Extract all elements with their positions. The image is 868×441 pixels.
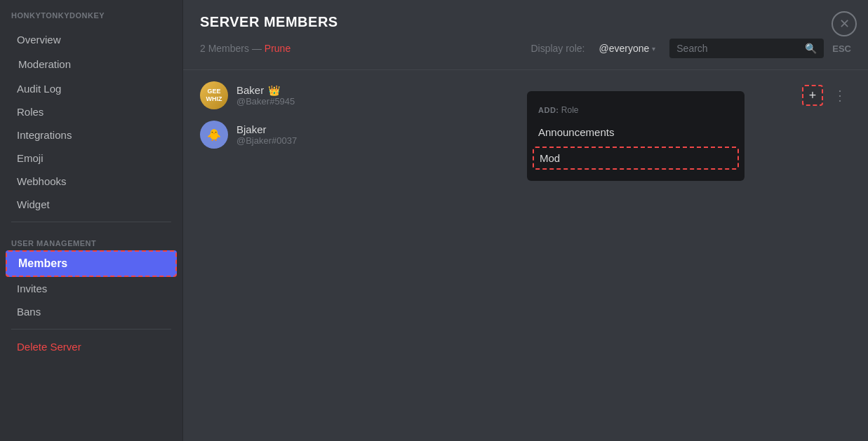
server-name: HONKYTONKYDONKEY [0,11,182,28]
close-icon: ✕ [839,16,850,32]
search-input[interactable] [676,43,799,54]
sidebar-item-label: Roles [17,106,44,118]
display-role-label: Display role: [530,43,585,54]
table-row[interactable]: 🐥 Bjaker @Bjaker#0037 [183,115,868,154]
member-tag: @Bjaker#0037 [236,135,297,146]
sidebar-item-label: Bans [17,306,41,318]
role-label-text: Role [561,105,579,115]
close-button[interactable]: ✕ [832,11,857,36]
sidebar-item-integrations[interactable]: Integrations [6,123,177,147]
search-box: 🔍 [669,39,824,58]
sidebar-item-delete-server[interactable]: Delete Server [6,335,177,358]
member-more-button[interactable]: ⋮ [829,84,851,107]
add-role-button[interactable]: + [802,85,823,106]
sidebar-item-label: Audit Log [17,83,61,95]
sidebar-item-moderation[interactable]: Moderation [6,51,177,77]
sidebar-item-overview[interactable]: Overview [6,28,177,51]
search-icon: 🔍 [805,43,817,54]
member-name: Bjaker [236,123,297,135]
sidebar-item-label: Overview [17,34,61,46]
members-count: 2 Members — Prune [200,43,291,54]
table-row[interactable]: GEEWHIZ Baker 👑 @Baker#5945 + ⋮ [183,76,868,115]
sidebar-item-label: Delete Server [17,341,81,353]
chevron-down-icon: ▾ [652,45,655,53]
sidebar-item-label: Moderation [18,58,71,70]
member-roles: + [802,85,823,106]
sidebar-item-widget[interactable]: Widget [6,193,177,216]
sidebar-item-label: Widget [17,198,50,210]
user-management-section-label: USER MANAGEMENT [0,228,182,250]
avatar: 🐥 [200,121,228,149]
role-popup: ADD: Role Announcements Mod [527,91,745,181]
members-controls: Display role: @everyone ▾ 🔍 ESC [530,39,851,58]
sidebar-item-label: Emoji [17,152,44,164]
members-count-number: 2 Members [200,43,249,54]
sidebar-item-label: Invites [17,283,47,294]
sidebar-divider [11,222,171,222]
role-popup-item-announcements[interactable]: Announcements [527,121,745,144]
sidebar-divider-2 [11,329,171,330]
esc-label: ESC [832,43,851,54]
role-dropdown[interactable]: @everyone ▾ [593,40,661,57]
member-info: Bjaker @Bjaker#0037 [236,123,297,146]
sidebar-item-label: Integrations [17,129,72,141]
prune-button[interactable]: Prune [265,43,291,54]
member-info: Baker 👑 @Baker#5945 [236,84,295,107]
sidebar-item-members[interactable]: Members [6,250,177,277]
sidebar: HONKYTONKYDONKEY Overview Moderation Aud… [0,0,183,441]
sidebar-item-webhooks[interactable]: Webhooks [6,170,177,193]
members-list: GEEWHIZ Baker 👑 @Baker#5945 + ⋮ 🐥 Bjaker [183,70,868,441]
sidebar-item-bans[interactable]: Bans [6,300,177,323]
sidebar-item-emoji[interactable]: Emoji [6,147,177,170]
sidebar-item-roles[interactable]: Roles [6,100,177,123]
add-label: ADD: [538,106,559,114]
member-name: Baker 👑 [236,84,295,96]
sidebar-item-invites[interactable]: Invites [6,277,177,300]
page-title: SERVER MEMBERS [200,14,851,30]
members-subheader: 2 Members — Prune Display role: @everyon… [200,39,851,58]
sidebar-item-audit-log[interactable]: Audit Log [6,77,177,100]
role-popup-header: ADD: Role [527,97,745,121]
crown-icon: 👑 [268,85,280,96]
sidebar-item-label: Webhooks [17,175,67,187]
main-content: ✕ SERVER MEMBERS 2 Members — Prune Displ… [183,0,868,441]
member-tag: @Baker#5945 [236,96,295,107]
avatar: GEEWHIZ [200,81,228,109]
sidebar-item-label: Members [18,257,67,269]
role-popup-item-mod[interactable]: Mod [533,147,739,170]
role-dropdown-value: @everyone [599,43,649,54]
main-header: SERVER MEMBERS 2 Members — Prune Display… [183,0,868,70]
members-count-separator: — [252,43,262,54]
